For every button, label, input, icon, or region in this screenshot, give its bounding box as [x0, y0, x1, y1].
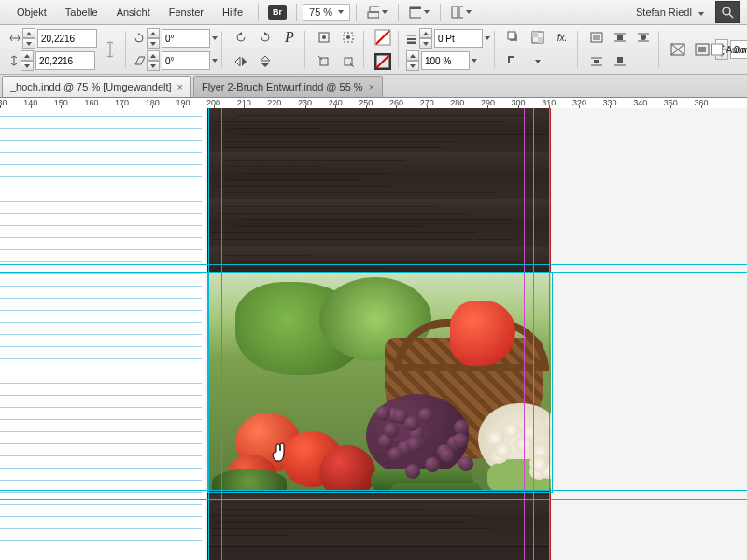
- wrap-bounding-icon[interactable]: [609, 26, 631, 49]
- arrange-documents-icon[interactable]: [450, 2, 472, 22]
- svg-marker-21: [264, 32, 267, 35]
- document-canvas[interactable]: [0, 108, 747, 560]
- control-panel: P: [0, 25, 747, 75]
- effects-group: fx.: [499, 31, 578, 68]
- shear-icon: [134, 55, 145, 66]
- svg-marker-18: [150, 54, 156, 58]
- wrap-jump-icon[interactable]: [585, 50, 608, 73]
- rotation-input[interactable]: [162, 29, 210, 48]
- select-previous-icon[interactable]: [313, 50, 335, 73]
- wrap-column-icon[interactable]: [609, 50, 631, 73]
- select-container-icon[interactable]: [313, 26, 335, 49]
- shear-field[interactable]: [134, 50, 218, 71]
- svg-rect-49: [538, 37, 543, 43]
- rotation-stepper[interactable]: [147, 28, 160, 49]
- text-frame[interactable]: [0, 108, 205, 560]
- type-on-path-icon[interactable]: P: [278, 26, 301, 49]
- search-button[interactable]: [715, 1, 740, 23]
- chevron-down-icon: [698, 12, 704, 16]
- svg-marker-23: [242, 57, 247, 66]
- menu-bar: Objekt Tabelle Ansicht Fenster Hilfe Br …: [0, 0, 747, 25]
- svg-rect-1: [370, 7, 379, 12]
- svg-marker-44: [410, 64, 416, 68]
- menu-fenster[interactable]: Fenster: [160, 3, 213, 21]
- chevron-down-icon: [535, 60, 541, 63]
- document-tab[interactable]: _hoch.indd @ 75 % [Umgewandelt] ×: [2, 76, 191, 97]
- svg-rect-60: [594, 60, 599, 63]
- select-content-icon[interactable]: [337, 26, 359, 49]
- width-input[interactable]: [37, 29, 97, 48]
- view-options-icon[interactable]: [366, 2, 388, 22]
- auto-fit-label: Auto: [726, 45, 745, 55]
- document-tabs: _hoch.indd @ 75 % [Umgewandelt] × Flyer …: [0, 75, 747, 98]
- menu-tabelle[interactable]: Tabelle: [56, 3, 107, 21]
- zoom-level-select[interactable]: 75 %: [303, 4, 350, 21]
- close-icon[interactable]: ×: [177, 81, 183, 92]
- flip-horizontal-icon[interactable]: [230, 50, 252, 73]
- svg-point-27: [322, 35, 326, 39]
- svg-line-37: [376, 55, 389, 68]
- zoom-value: 75 %: [309, 7, 332, 18]
- auto-fit-checkbox[interactable]: Auto: [711, 44, 745, 56]
- drop-shadow-icon[interactable]: [502, 26, 525, 49]
- document-tab[interactable]: Flyer 2-Bruch Entwurf.indd @ 55 % ×: [193, 76, 383, 97]
- scale-percent-input[interactable]: [421, 51, 470, 70]
- stroke-weight-icon: [406, 33, 417, 44]
- svg-rect-63: [617, 57, 623, 63]
- shear-input[interactable]: [162, 51, 210, 70]
- svg-marker-41: [423, 32, 429, 35]
- chevron-down-icon: [424, 10, 430, 14]
- stroke-stepper[interactable]: [419, 28, 432, 49]
- menu-ansicht[interactable]: Ansicht: [107, 3, 160, 21]
- menu-objekt[interactable]: Objekt: [7, 3, 56, 21]
- chevron-down-icon: [338, 10, 344, 14]
- scale-percent-field[interactable]: [406, 50, 490, 71]
- height-input[interactable]: [35, 51, 95, 70]
- fx-icon[interactable]: fx.: [551, 26, 573, 49]
- fit-content-icon[interactable]: [667, 38, 689, 61]
- image-frame-vegetables[interactable]: [207, 273, 551, 491]
- shear-stepper[interactable]: [147, 50, 160, 71]
- transform-tools-group: P: [226, 31, 305, 68]
- width-stepper[interactable]: [22, 28, 35, 49]
- svg-marker-20: [239, 32, 242, 35]
- close-icon[interactable]: ×: [369, 81, 374, 92]
- opacity-icon[interactable]: [527, 26, 549, 49]
- screen-mode-icon[interactable]: [408, 2, 430, 22]
- rotation-field[interactable]: [134, 28, 218, 49]
- stroke-swatch[interactable]: [372, 50, 394, 73]
- user-name[interactable]: Stefan Riedl: [630, 5, 710, 20]
- svg-marker-14: [137, 33, 141, 35]
- constrain-proportions-icon[interactable]: [99, 38, 121, 61]
- width-field[interactable]: [9, 28, 97, 49]
- corner-options-icon[interactable]: [502, 50, 525, 73]
- menu-hilfe[interactable]: Hilfe: [213, 3, 252, 21]
- tab-label: _hoch.indd @ 75 % [Umgewandelt]: [10, 81, 172, 92]
- checkbox-icon: [711, 44, 723, 56]
- separator: [296, 4, 297, 21]
- more-icon[interactable]: [527, 50, 549, 73]
- svg-marker-13: [24, 64, 30, 68]
- stroke-weight-input[interactable]: [434, 29, 483, 48]
- svg-marker-10: [26, 42, 32, 46]
- svg-marker-12: [24, 54, 30, 58]
- user-area: Stefan Riedl: [630, 1, 740, 23]
- select-next-icon[interactable]: [337, 50, 359, 73]
- flip-vertical-icon[interactable]: [254, 50, 276, 73]
- fit-frame-icon[interactable]: [691, 38, 713, 61]
- scale-stepper[interactable]: [406, 50, 419, 71]
- height-stepper[interactable]: [21, 50, 34, 71]
- svg-rect-5: [459, 7, 463, 18]
- stroke-weight-field[interactable]: [406, 28, 490, 49]
- rotate-ccw-icon[interactable]: [230, 26, 252, 49]
- wrap-none-icon[interactable]: [585, 26, 608, 49]
- chevron-down-icon: [485, 36, 490, 40]
- wrap-shape-icon[interactable]: [632, 26, 655, 49]
- height-field[interactable]: [9, 50, 97, 71]
- fill-swatch[interactable]: [372, 26, 394, 49]
- separator: [440, 4, 441, 21]
- svg-line-7: [729, 14, 733, 18]
- bridge-icon[interactable]: Br: [268, 5, 287, 20]
- svg-marker-19: [150, 64, 156, 68]
- rotate-cw-icon[interactable]: [254, 26, 276, 49]
